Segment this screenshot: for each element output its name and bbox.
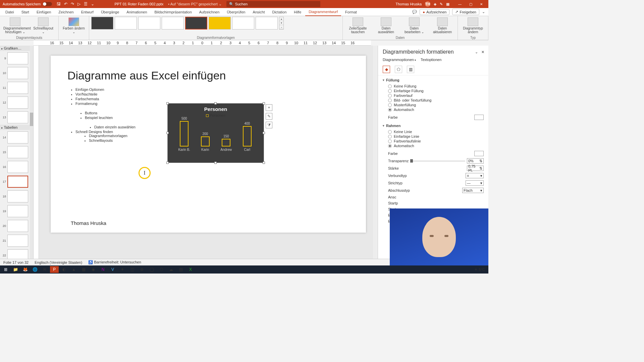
- tb-app7[interactable]: ⬡: [157, 266, 166, 273]
- bar-0[interactable]: 500Karin B.: [176, 117, 193, 152]
- chart-styles-button[interactable]: ✎: [266, 113, 272, 120]
- slide-editor[interactable]: Diagramme aus Excel einfügen Einfüge-Opt…: [39, 46, 378, 259]
- slide-thumb-20[interactable]: 20: [0, 219, 33, 233]
- add-chart-element-button[interactable]: Diagrammelement hinzufügen ⌄: [2, 17, 28, 35]
- bar-1[interactable]: 200Karin: [197, 132, 214, 152]
- tb-app2[interactable]: ▦: [79, 266, 88, 273]
- tab-einfuegen[interactable]: Einfügen: [33, 8, 54, 16]
- collapse-ribbon-icon[interactable]: ⌄: [482, 10, 485, 14]
- tb-outlook[interactable]: ✉: [40, 266, 49, 273]
- fill-color-swatch[interactable]: [474, 115, 484, 120]
- width-value[interactable]: 0,75 Pt.⇅: [467, 166, 484, 171]
- chart-bars[interactable]: 500Karin B.200Karin150Andrew400Carl: [174, 119, 258, 152]
- border-none-radio[interactable]: Keine Linie: [388, 130, 484, 134]
- undo-icon[interactable]: ↶: [64, 2, 67, 6]
- slide-panel[interactable]: ▸ Grafiken… 910111213 ▸ Tabellen 1415161…: [0, 46, 34, 259]
- weather-widget[interactable]: ☀ 5°C: [474, 267, 485, 272]
- section-tabellen[interactable]: ▸ Tabellen: [0, 125, 33, 130]
- tb-app1[interactable]: ◐: [60, 266, 68, 273]
- tb-app8[interactable]: ☁: [167, 266, 175, 273]
- transparency-value[interactable]: 0%⇅: [467, 158, 484, 164]
- tab-ueberpruefen[interactable]: Überprüfen: [223, 8, 249, 16]
- fill-none-radio[interactable]: Keine Füllung: [388, 84, 484, 88]
- autosave-toggle[interactable]: [43, 2, 52, 6]
- fill-line-icon[interactable]: ◆: [383, 66, 390, 73]
- select-data-button[interactable]: Daten auswählen: [373, 17, 399, 35]
- style-thumb-3[interactable]: [138, 17, 160, 29]
- change-colors-button[interactable]: Farben ändern ⌄: [61, 17, 87, 35]
- compound-dropdown[interactable]: ≡▾: [466, 173, 484, 178]
- tb-vs[interactable]: V: [108, 266, 117, 273]
- tab-uebergaenge[interactable]: Übergänge: [98, 8, 122, 16]
- search-input[interactable]: [235, 2, 318, 6]
- section-grafiken[interactable]: ▸ Grafiken…: [0, 46, 33, 51]
- coming-soon-icon[interactable]: ◈: [434, 2, 436, 6]
- tab-datei[interactable]: Datei: [2, 8, 17, 16]
- fill-picture-radio[interactable]: Bild- oder Texturfüllung: [388, 98, 484, 102]
- fill-pattern-radio[interactable]: Musterfüllung: [388, 103, 484, 107]
- bar-3[interactable]: 400Carl: [239, 122, 256, 152]
- effects-icon[interactable]: ⬠: [395, 66, 402, 73]
- chart-elements-button[interactable]: +: [266, 104, 272, 111]
- slide-thumb-13[interactable]: 13: [0, 110, 33, 125]
- saved-status[interactable]: • Auf "diesem PC" gespeichert ⌄: [168, 2, 221, 6]
- quick-layout-button[interactable]: Schnelllayout ⌄: [30, 17, 56, 35]
- user-name[interactable]: Thomas Hruska: [395, 2, 422, 6]
- tab-entwurf[interactable]: Entwurf: [78, 8, 97, 16]
- tb-app4[interactable]: ◫: [128, 266, 137, 273]
- slide-counter[interactable]: Folie 17 von 32: [3, 260, 29, 264]
- close-button[interactable]: ✕: [477, 1, 486, 7]
- tb-explorer[interactable]: 📁: [11, 266, 20, 273]
- chart-options-tab[interactable]: Diagrammoptionen▾: [383, 58, 416, 62]
- qat-more-icon[interactable]: ⌄: [91, 2, 94, 6]
- border-solid-radio[interactable]: Einfarbige Linie: [388, 134, 484, 138]
- touch-mode-icon[interactable]: ☰: [84, 2, 88, 6]
- tab-diagrammentwurf[interactable]: Diagrammentwurf: [305, 8, 341, 16]
- window-layout-icon[interactable]: ▦: [446, 2, 449, 6]
- slide-thumb-12[interactable]: 12: [0, 95, 33, 110]
- chart-object[interactable]: Personen Personen 500Karin B.200Karin150…: [167, 103, 264, 163]
- text-options-tab[interactable]: Textoptionen: [421, 58, 441, 62]
- style-thumb-6[interactable]: [209, 17, 231, 29]
- style-thumb-8[interactable]: [256, 17, 278, 29]
- slide-thumb-15[interactable]: 15: [0, 145, 33, 160]
- slide-thumb-14[interactable]: 14: [0, 130, 33, 145]
- tb-onenote[interactable]: N: [99, 266, 107, 273]
- fill-gradient-radio[interactable]: Farbverlauf: [388, 94, 484, 98]
- slide-thumb-9[interactable]: 9: [0, 51, 33, 66]
- style-thumb-2[interactable]: [115, 17, 137, 29]
- edit-data-button[interactable]: Daten bearbeiten ⌄: [401, 17, 427, 35]
- border-section-header[interactable]: Rahmen: [378, 121, 488, 128]
- slide-author[interactable]: Thomas Hruska: [71, 220, 106, 226]
- border-gradient-radio[interactable]: Farbverlaufslinie: [388, 139, 484, 143]
- tab-bildschirm[interactable]: Bildschirmpräsentation: [151, 8, 195, 16]
- start-button[interactable]: ⊞: [1, 266, 10, 273]
- tab-dictation[interactable]: Dictation: [269, 8, 290, 16]
- slidepanel-scrollbar[interactable]: [30, 46, 33, 259]
- record-button[interactable]: ●Aufzeichnen: [420, 9, 449, 15]
- slide-thumb-22[interactable]: 22: [0, 248, 33, 259]
- tab-hilfe[interactable]: Hilfe: [290, 8, 305, 16]
- tb-telegram[interactable]: ✈: [118, 266, 127, 273]
- transparency-slider[interactable]: [410, 161, 465, 162]
- tb-app5[interactable]: ⊚: [138, 266, 146, 273]
- chart-filter-button[interactable]: ⧩: [266, 122, 272, 128]
- editor-scrollbar[interactable]: [373, 46, 378, 259]
- tb-vlc[interactable]: ▲: [69, 266, 78, 273]
- share-button[interactable]: ↗Freigeben: [452, 9, 479, 15]
- tb-app3[interactable]: ◉: [89, 266, 98, 273]
- bar-2[interactable]: 150Andrew: [218, 134, 234, 152]
- comments-icon[interactable]: 💬: [412, 10, 417, 14]
- style-thumb-4[interactable]: [162, 17, 184, 29]
- style-thumb-1[interactable]: [91, 17, 113, 29]
- slide-thumb-18[interactable]: 18: [0, 189, 33, 204]
- change-chart-type-button[interactable]: Diagrammtyp ändern: [460, 17, 486, 35]
- fill-section-header[interactable]: Füllung: [378, 75, 488, 83]
- save-icon[interactable]: 🖫: [57, 2, 61, 6]
- tab-aufzeichnen[interactable]: Aufzeichnen: [196, 8, 223, 16]
- tb-chrome[interactable]: 🌐: [31, 266, 39, 273]
- tb-powerpoint[interactable]: P: [50, 266, 59, 273]
- dash-dropdown[interactable]: —▾: [466, 180, 484, 186]
- slide-thumb-19[interactable]: 19: [0, 204, 33, 219]
- redo-icon[interactable]: ↷: [71, 2, 74, 6]
